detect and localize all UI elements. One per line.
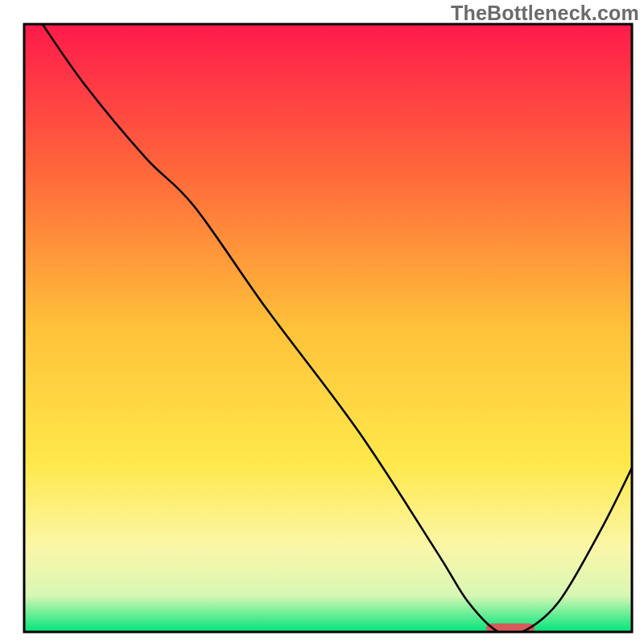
bottleneck-chart [0, 0, 644, 644]
chart-stage: TheBottleneck.com [0, 0, 644, 644]
watermark-text: TheBottleneck.com [451, 2, 639, 25]
gradient-background [24, 24, 632, 632]
